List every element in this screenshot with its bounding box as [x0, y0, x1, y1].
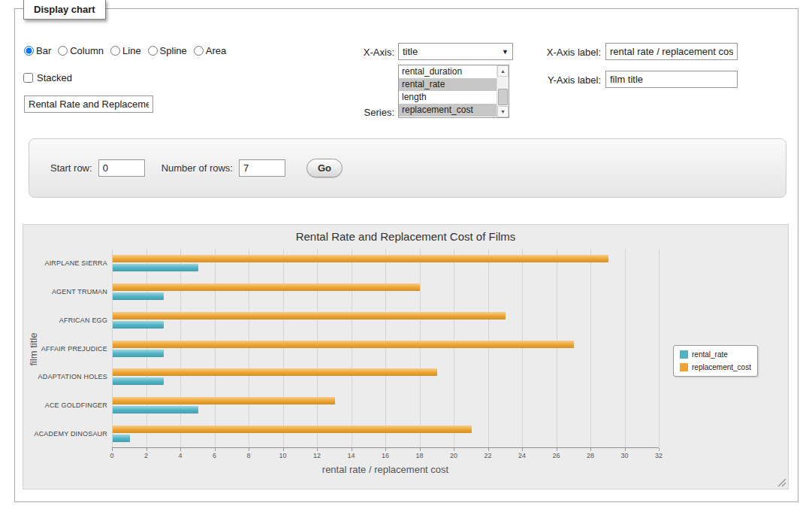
x-axis-select[interactable]: title ▼ — [398, 43, 513, 60]
legend-swatch — [680, 350, 688, 359]
plot-area: 02468101214161820222426283032AIRPLANE SI… — [112, 249, 659, 448]
x-tick-label: 28 — [579, 452, 602, 459]
bar-replacement_cost — [113, 368, 437, 376]
chart-type-option-area[interactable]: Area — [194, 45, 226, 56]
stacked-checkbox[interactable] — [23, 73, 33, 83]
gridline — [454, 249, 454, 447]
bar-rental_rate — [113, 292, 164, 300]
series-options: rental_durationrental_ratelengthreplacem… — [399, 65, 497, 117]
x-axis-selected-value: title — [403, 46, 418, 57]
chart-legend: rental_ratereplacement_cost — [673, 345, 758, 377]
x-tick-label: 12 — [306, 452, 328, 459]
gridline — [522, 249, 523, 447]
chart-type-radio-line[interactable] — [110, 46, 120, 56]
x-tick-mark — [420, 448, 421, 451]
x-tick-mark — [112, 448, 113, 451]
legend-label: replacement_cost — [692, 363, 751, 371]
bar-rental_rate — [113, 321, 164, 329]
series-option-replacement_cost[interactable]: replacement_cost — [399, 104, 497, 117]
x-tick-label: 16 — [374, 452, 397, 459]
chart-type-radio-bar[interactable] — [24, 46, 34, 56]
chart-type-radio-area[interactable] — [194, 46, 204, 56]
x-tick-label: 24 — [511, 452, 533, 459]
category-label: ACADEMY DINOSAUR — [26, 430, 107, 438]
resize-handle-icon[interactable] — [777, 477, 786, 487]
y-axis-label-input[interactable] — [605, 71, 738, 88]
x-tick-mark — [522, 448, 523, 451]
category-label: ACE GOLDFINGER — [26, 401, 107, 409]
legend-item-rental_rate[interactable]: rental_rate — [680, 350, 751, 359]
chart-type-option-column[interactable]: Column — [58, 45, 104, 56]
x-tick-label: 20 — [442, 452, 465, 459]
series-option-length[interactable]: length — [399, 91, 497, 104]
series-option-rental_rate[interactable]: rental_rate — [399, 78, 497, 91]
x-tick-mark — [557, 448, 557, 451]
x-tick-label: 2 — [135, 452, 158, 459]
chart-type-label: Column — [70, 45, 104, 56]
bar-rental_rate — [113, 350, 164, 357]
legend-swatch — [680, 363, 688, 371]
scroll-down-icon[interactable]: ▼ — [497, 106, 509, 117]
gridline — [659, 249, 660, 447]
category-label: AIRPLANE SIERRA — [26, 259, 107, 267]
gridline — [249, 249, 249, 447]
chart-type-option-spline[interactable]: Spline — [148, 45, 187, 56]
x-tick-label: 4 — [169, 452, 192, 459]
x-tick-mark — [215, 448, 216, 451]
legend-item-replacement_cost[interactable]: replacement_cost — [680, 363, 751, 371]
series-option-rental_duration[interactable]: rental_duration — [399, 65, 497, 78]
category-label: AFRICAN EGG — [26, 317, 107, 324]
number-of-rows-input[interactable] — [239, 159, 285, 177]
go-button[interactable]: Go — [306, 159, 343, 177]
x-tick-mark — [180, 448, 181, 451]
category-label: AGENT TRUMAN — [26, 288, 107, 295]
bar-replacement_cost — [113, 283, 420, 291]
chart-type-label: Spline — [160, 45, 187, 56]
gridline — [352, 249, 352, 447]
series-listbox[interactable]: rental_durationrental_ratelengthreplacem… — [398, 65, 509, 118]
chart-type-option-bar[interactable]: Bar — [24, 45, 51, 56]
x-tick-mark — [385, 448, 386, 451]
x-tick-mark — [249, 448, 249, 451]
gridline — [385, 249, 386, 447]
bar-rental_rate — [113, 406, 198, 414]
category-label: AFFAIR PREJUDICE — [26, 345, 107, 353]
x-tick-label: 0 — [101, 452, 123, 459]
bar-rental_rate — [113, 435, 130, 442]
x-tick-label: 18 — [409, 452, 431, 459]
gridline — [557, 249, 557, 447]
bar-replacement_cost — [113, 397, 335, 404]
x-tick-label: 22 — [477, 452, 500, 459]
gridline — [283, 249, 284, 447]
x-tick-mark — [590, 448, 591, 451]
x-tick-label: 8 — [237, 452, 260, 459]
chart-type-radio-group: BarColumnLineSplineArea — [24, 45, 226, 56]
scroll-up-icon[interactable]: ▲ — [497, 65, 509, 77]
stacked-option[interactable]: Stacked — [23, 72, 72, 83]
chart-type-radio-column[interactable] — [58, 46, 68, 56]
chart-type-label: Line — [122, 45, 141, 56]
start-row-input[interactable] — [98, 159, 145, 177]
category-label: ADAPTATION HOLES — [26, 373, 107, 380]
x-tick-mark — [454, 448, 454, 451]
gridline — [317, 249, 318, 447]
scroll-thumb[interactable] — [498, 89, 508, 105]
bar-rental_rate — [113, 264, 198, 271]
series-select-label: Series: — [355, 107, 394, 118]
chart-type-option-line[interactable]: Line — [110, 45, 141, 56]
chart-type-radio-spline[interactable] — [148, 46, 158, 56]
number-of-rows-label: Number of rows: — [161, 162, 233, 174]
gridline — [625, 249, 626, 447]
y-axis-label-label: Y-Axis label: — [535, 74, 601, 86]
display-chart-panel: Display chart BarColumnLineSplineArea St… — [14, 8, 798, 502]
series-scrollbar[interactable]: ▲ ▼ — [497, 65, 509, 117]
x-axis-label-input[interactable] — [605, 43, 738, 60]
stacked-label: Stacked — [37, 72, 72, 83]
x-tick-label: 26 — [545, 452, 568, 459]
chart-type-label: Area — [206, 45, 226, 56]
chart-title-input[interactable] — [24, 95, 153, 113]
x-tick-mark — [352, 448, 352, 451]
chart-panel: Rental Rate and Replacement Cost of Film… — [23, 224, 789, 489]
gridline — [420, 249, 421, 447]
gridline — [590, 249, 591, 447]
